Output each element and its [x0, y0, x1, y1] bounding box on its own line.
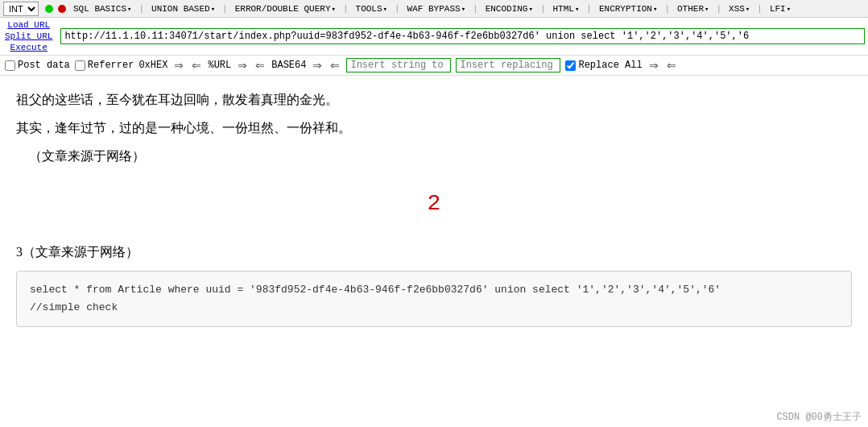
replace-arrow-left[interactable]: ⇐ [665, 59, 678, 72]
menu-xss[interactable]: XSS [725, 3, 754, 15]
menu-encryption[interactable]: ENCRYPTION [595, 3, 661, 15]
execute-button[interactable]: Execute [3, 43, 54, 52]
oxhex-arrow-left[interactable]: ⇐ [190, 59, 203, 72]
referrer-checkbox[interactable] [75, 60, 85, 71]
options-bar: Post data Referrer 0xHEX ⇒ ⇐ %URL ⇒ ⇐ BA… [0, 56, 868, 76]
menu-lfi[interactable]: LFI [766, 3, 795, 15]
status-dot-red [58, 5, 66, 13]
referrer-label[interactable]: Referrer [75, 60, 134, 71]
replace-all-checkbox[interactable] [565, 60, 576, 71]
oxhex-tag: 0xHEX [138, 60, 167, 71]
menu-bar: INT SQL BASICS | UNION BASED | ERROR/DOU… [0, 0, 868, 18]
menu-tools[interactable]: TOOLS [352, 3, 391, 15]
menu-other[interactable]: OTHER [673, 3, 713, 15]
toolbar: Load URL Split URL Execute [0, 18, 868, 56]
code-block: select * from Article where uuid = '983f… [16, 271, 852, 327]
post-data-text: Post data [18, 60, 70, 71]
content-line-1: 祖父的这些话，至今犹在耳边回响，散发着真理的金光。 [16, 89, 852, 112]
menu-sql-basics[interactable]: SQL BASICS [69, 3, 135, 15]
referrer-text: Referrer [88, 60, 134, 71]
load-url-button[interactable]: Load URL [3, 20, 54, 30]
url-input-wrapper [60, 28, 865, 44]
base64-tag: BASE64 [271, 60, 306, 71]
content-line-3: （文章来源于网络） [29, 145, 852, 168]
content-area: 祖父的这些话，至今犹在耳边回响，散发着真理的金光。 其实，逢年过节，过的是一种心… [0, 76, 868, 427]
content-number: 2 [16, 184, 852, 224]
insert-replacing-field[interactable] [456, 58, 560, 73]
url-arrow-left[interactable]: ⇐ [254, 59, 267, 72]
url-input[interactable] [61, 29, 864, 44]
split-url-button[interactable]: Split URL [3, 31, 54, 41]
replace-all-label[interactable]: Replace All [565, 60, 642, 71]
base64-arrow-left[interactable]: ⇐ [329, 59, 341, 72]
replace-arrow-right[interactable]: ⇒ [647, 59, 660, 72]
replace-all-text: Replace All [578, 60, 642, 71]
content-line-2: 其实，逢年过节，过的是一种心境、一份坦然、一份祥和。 [16, 117, 852, 140]
status-dot-green [45, 5, 53, 13]
watermark: CSDN @00勇士王子 [776, 410, 862, 424]
insert-string-field[interactable] [346, 58, 451, 73]
base64-arrow-right[interactable]: ⇒ [311, 59, 324, 72]
menu-union-based[interactable]: UNION BASED [147, 3, 219, 15]
menu-waf-bypass[interactable]: WAF BYPASS [403, 3, 469, 15]
code-line-1: select * from Article where uuid = '983f… [30, 281, 838, 299]
content-line-4: 3（文章来源于网络） [16, 241, 852, 264]
menu-error-double[interactable]: ERROR/DOUBLE QUERY [231, 3, 340, 15]
url-arrow-right[interactable]: ⇒ [236, 59, 249, 72]
code-line-2: //simple check [30, 299, 838, 317]
post-data-label[interactable]: Post data [5, 60, 70, 71]
post-data-checkbox[interactable] [5, 60, 15, 71]
oxhex-arrow-right[interactable]: ⇒ [172, 59, 185, 72]
menu-html[interactable]: HTML [549, 3, 584, 15]
menu-encoding[interactable]: ENCODING [482, 3, 537, 15]
url-tag: %URL [208, 60, 231, 71]
int-select[interactable]: INT [3, 2, 39, 16]
